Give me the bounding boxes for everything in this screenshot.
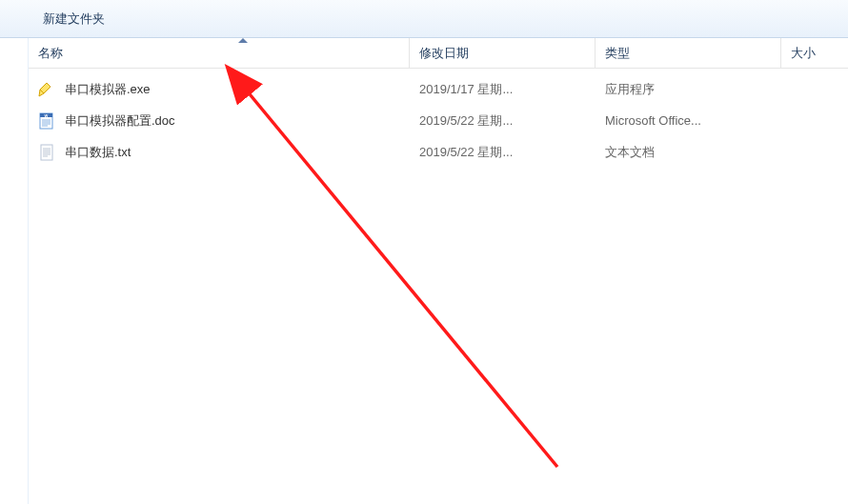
file-list: 串口模拟器.exe 2019/1/17 星期... 应用程序 W bbox=[29, 69, 848, 168]
doc-icon: W bbox=[38, 112, 55, 130]
toolbar: 新建文件夹 bbox=[0, 0, 848, 38]
file-row[interactable]: 串口模拟器.exe 2019/1/17 星期... 应用程序 bbox=[29, 73, 848, 105]
file-type: 文本文档 bbox=[605, 144, 655, 161]
nav-sidebar[interactable] bbox=[0, 38, 29, 504]
column-label: 大小 bbox=[791, 45, 816, 62]
column-label: 类型 bbox=[605, 45, 630, 62]
file-date: 2019/5/22 星期... bbox=[419, 144, 513, 161]
file-name: 串口模拟器.exe bbox=[65, 81, 151, 98]
column-header-row: 名称 修改日期 类型 大小 bbox=[29, 38, 848, 69]
file-row[interactable]: W 串口模拟器配置.doc 2019/5/22 星期... Microsoft … bbox=[29, 105, 848, 136]
file-row[interactable]: 串口数据.txt 2019/5/22 星期... 文本文档 bbox=[29, 136, 848, 168]
column-header-size[interactable]: 大小 bbox=[781, 38, 848, 68]
column-label: 修改日期 bbox=[419, 45, 469, 62]
file-type: 应用程序 bbox=[605, 81, 655, 98]
svg-text:W: W bbox=[45, 113, 49, 118]
file-list-panel: 名称 修改日期 类型 大小 bbox=[29, 38, 848, 504]
main-area: 名称 修改日期 类型 大小 bbox=[0, 38, 848, 504]
sort-arrow-icon bbox=[238, 38, 248, 43]
column-label: 名称 bbox=[38, 45, 63, 62]
file-date: 2019/1/17 星期... bbox=[419, 81, 513, 98]
column-header-date[interactable]: 修改日期 bbox=[410, 38, 596, 68]
column-header-name[interactable]: 名称 bbox=[29, 38, 410, 68]
exe-icon bbox=[38, 81, 55, 98]
breadcrumb[interactable]: 新建文件夹 bbox=[43, 10, 105, 28]
column-header-type[interactable]: 类型 bbox=[596, 38, 781, 68]
file-type: Microsoft Office... bbox=[605, 113, 701, 128]
txt-icon bbox=[38, 144, 55, 161]
file-name: 串口模拟器配置.doc bbox=[65, 112, 175, 130]
file-name: 串口数据.txt bbox=[65, 144, 131, 161]
file-date: 2019/5/22 星期... bbox=[419, 112, 513, 130]
